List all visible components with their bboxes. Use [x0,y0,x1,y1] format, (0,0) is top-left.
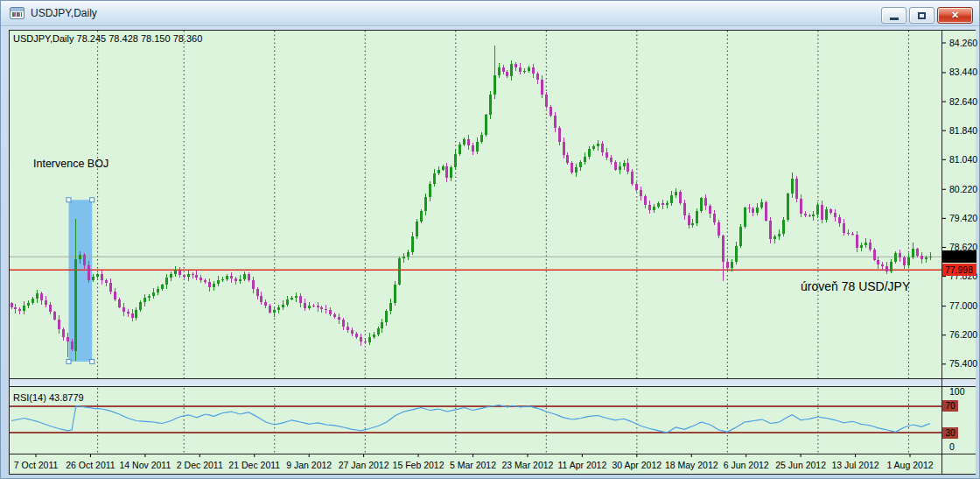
svg-text:1 Aug 2012: 1 Aug 2012 [886,460,933,470]
minimize-icon [890,18,899,20]
selection-handle [66,359,71,363]
svg-text:7 Oct 2011: 7 Oct 2011 [14,460,59,470]
current-price-badge: 78.360 [942,250,976,263]
svg-text:79.420: 79.420 [949,213,977,223]
chart-window-icon [10,7,24,19]
highlight-box[interactable] [69,200,93,362]
ohlc-readout: USDJPY,Daily 78.245 78.428 78.150 78.360 [13,33,202,44]
minimize-button[interactable] [881,7,906,24]
rsi-readout: RSI(14) 43.8779 [13,392,84,403]
pane-splitter[interactable] [9,379,976,387]
svg-text:70: 70 [945,401,956,411]
svg-text:6 Jun 2012: 6 Jun 2012 [724,460,769,470]
plot-area[interactable] [9,30,976,454]
close-button[interactable]: ✕ [937,7,973,24]
svg-text:27 Jan 2012: 27 Jan 2012 [339,460,389,470]
svg-text:13 Jul 2012: 13 Jul 2012 [831,460,878,470]
svg-text:5 Mar 2012: 5 Mar 2012 [450,460,496,470]
svg-text:21 Dec 2011: 21 Dec 2011 [228,460,280,470]
svg-text:23 Mar 2012: 23 Mar 2012 [501,460,553,470]
selection-handle [90,359,94,363]
close-icon: ✕ [951,10,959,21]
svg-text:77.000: 77.000 [949,300,977,311]
title-bar[interactable]: USDJPY,Daily [1,1,979,26]
svg-text:77.998: 77.998 [945,264,973,275]
svg-text:11 Apr 2012: 11 Apr 2012 [557,460,606,470]
intervention-annotation[interactable]: Intervence BOJ [33,158,108,170]
svg-text:15 Feb 2012: 15 Feb 2012 [393,460,444,470]
rsi-level-30-badge: 30 [942,427,958,439]
svg-text:84.260: 84.260 [949,38,977,48]
svg-text:26 Oct 2011: 26 Oct 2011 [66,460,116,470]
svg-text:81.840: 81.840 [949,125,977,136]
svg-text:30: 30 [945,428,956,438]
chart-canvas[interactable]: USDJPY,Daily 78.245 78.428 78.150 78.360… [1,1,980,479]
rsi-level-70-badge: 70 [942,400,958,412]
level-annotation[interactable]: úroveň 78 USD/JPY [801,279,911,293]
svg-text:30 Apr 2012: 30 Apr 2012 [612,460,662,470]
svg-text:83.440: 83.440 [949,67,977,77]
selection-handle [66,198,71,202]
svg-text:2 Dec 2011: 2 Dec 2011 [177,460,223,470]
selection-handle [90,198,94,202]
svg-text:76.200: 76.200 [949,329,977,340]
rsi-scale-top: 100 [949,386,965,397]
svg-text:81.040: 81.040 [949,154,977,165]
svg-text:75.400: 75.400 [949,358,977,369]
window-title: USDJPY,Daily [31,7,97,19]
restore-button[interactable] [909,7,934,24]
svg-text:80.220: 80.220 [949,184,977,194]
window-controls: ✕ [881,7,973,24]
svg-text:25 Jun 2012: 25 Jun 2012 [775,460,826,470]
hline-price-badge: 77.998 [942,264,976,276]
svg-text:18 May 2012: 18 May 2012 [665,460,718,470]
svg-text:9 Jan 2012: 9 Jan 2012 [286,460,332,470]
chart-window: USDJPY,Daily 78.245 78.428 78.150 78.360… [0,0,980,479]
svg-text:14 Nov 2011: 14 Nov 2011 [119,460,171,470]
rsi-scale-bottom: 0 [949,441,955,452]
restore-icon [918,12,926,19]
svg-text:82.640: 82.640 [949,96,977,107]
svg-text:78.360: 78.360 [945,251,973,262]
